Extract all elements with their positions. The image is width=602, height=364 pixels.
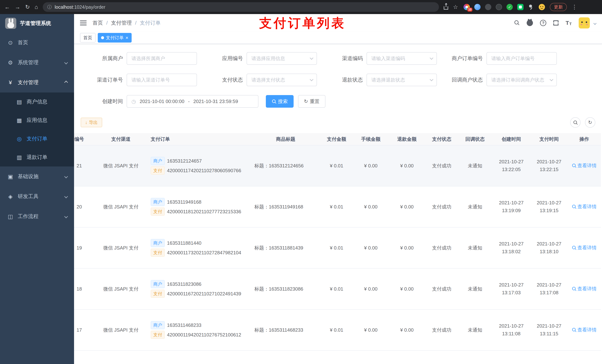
- filter-select-notify-status[interactable]: 请选择订单回调商户状态: [486, 74, 557, 86]
- filter-channel-order-no: 渠道订单号: [80, 74, 200, 86]
- devtools-icon: ◈: [7, 193, 14, 200]
- extension-icon[interactable]: [496, 4, 502, 10]
- sidebar-item-merchant-info[interactable]: ▤商户信息: [0, 93, 74, 111]
- table-row: 21微信 JSAPI 支付商户1635312124657支付4200001174…: [74, 145, 601, 187]
- view-detail-link[interactable]: 查看详情: [572, 286, 597, 292]
- home-icon[interactable]: ⌂: [35, 4, 38, 10]
- share-icon[interactable]: [444, 6, 448, 10]
- order-line: 支付4200001194202110276752100612: [151, 331, 249, 339]
- view-detail-link[interactable]: 查看详情: [572, 245, 597, 251]
- help-icon[interactable]: ?: [540, 20, 546, 26]
- sidebar-item-label: 系统管理: [18, 59, 39, 66]
- col-pay-amount: 支付金额: [320, 136, 353, 142]
- sidebar-toggle-icon[interactable]: [80, 21, 87, 25]
- table-row: 19微信 JSAPI 支付商户1635311881440支付4200001173…: [74, 228, 601, 269]
- filter-select-refund-status[interactable]: 请选择退款状态: [366, 74, 437, 86]
- export-button[interactable]: ↓ 导出: [81, 118, 102, 127]
- sidebar-item-label: 退款订单: [27, 154, 47, 161]
- cell-id: 19: [74, 245, 94, 251]
- breadcrumb: 首页/支付管理/支付订单: [93, 20, 161, 26]
- filter-select-pay-status[interactable]: 请选择支付状态: [247, 74, 317, 86]
- toggle-search-button[interactable]: [570, 117, 580, 128]
- magnifier-icon: [572, 328, 576, 332]
- order-line: 支付4200001173202110272847982104: [151, 249, 249, 257]
- browser-menu-icon[interactable]: ⋮: [572, 4, 577, 10]
- filter-input-merchant-order-no[interactable]: [486, 52, 557, 65]
- view-detail-link[interactable]: 查看详情: [572, 162, 597, 169]
- search-button[interactable]: 搜索: [266, 95, 294, 108]
- view-detail-link[interactable]: 查看详情: [572, 203, 597, 210]
- pay-tag: 支付: [151, 249, 165, 257]
- cell-pay-status: 支付成功: [425, 204, 458, 210]
- avatar[interactable]: [579, 17, 590, 29]
- sidebar-item-app-info[interactable]: ▦应用信息: [0, 111, 74, 129]
- cell-fee-amount: ¥ 0.00: [353, 286, 388, 292]
- filter-form: 所属商户应用编号请选择应用信息渠道编码请输入渠道编码商户订单编号渠道订单号支付状…: [74, 44, 602, 108]
- cell-channel: 微信 JSAPI 支付: [94, 286, 148, 292]
- tab-pay-order[interactable]: 支付订单×: [98, 33, 132, 42]
- merchant-tag: 商户: [151, 157, 165, 165]
- cell-action: 查看详情: [568, 286, 601, 292]
- breadcrumb-separator: /: [135, 20, 137, 26]
- search-icon[interactable]: [515, 20, 520, 26]
- address-bar[interactable]: ⓘ localhost:1024/pay/order: [43, 2, 439, 12]
- reload-icon[interactable]: ↻: [25, 4, 30, 10]
- download-icon: ↓: [85, 120, 87, 125]
- cell-order: 商户1635311823086支付42000011672021102710224…: [148, 279, 251, 299]
- view-detail-link[interactable]: 查看详情: [572, 327, 597, 333]
- date-range-input[interactable]: ◷ 2021-10-01 00:00:00 - 2021-10-31 23:59…: [127, 95, 258, 108]
- github-icon[interactable]: [527, 20, 533, 26]
- cell-pay-status: 支付成功: [425, 245, 458, 251]
- sidebar-item-pay-order[interactable]: ◎支付订单: [0, 129, 74, 148]
- tab-home[interactable]: 首页: [80, 33, 96, 42]
- extension-icon[interactable]: [517, 4, 524, 10]
- browser-update-button[interactable]: 更新: [550, 3, 567, 11]
- filter-input-merchant[interactable]: [127, 52, 197, 65]
- font-size-icon[interactable]: TT: [566, 20, 572, 26]
- extension-icon[interactable]: [485, 4, 491, 10]
- extension-icon[interactable]: [474, 4, 481, 10]
- breadcrumb-item[interactable]: 首页: [93, 20, 103, 26]
- sidebar-item-home[interactable]: ⊙首页: [0, 32, 74, 52]
- sidebar-item-system[interactable]: ⚙系统管理: [0, 52, 74, 73]
- sidebar-item-payment[interactable]: ¥支付管理: [0, 73, 74, 93]
- pay-order-icon: ◎: [16, 135, 23, 142]
- col-id: 编号: [74, 136, 94, 142]
- refresh-table-button[interactable]: ↻: [585, 117, 595, 128]
- cell-pay-amount: ¥ 0.01: [320, 286, 353, 292]
- sidebar-item-infrastructure[interactable]: ▣基础设施: [0, 166, 74, 187]
- reset-button[interactable]: ↻ 重置: [298, 95, 325, 108]
- filter-select-channel-code[interactable]: 请输入渠道编码: [366, 52, 437, 65]
- col-order: 支付订单: [148, 136, 251, 142]
- back-icon[interactable]: ←: [4, 4, 10, 10]
- sidebar-item-devtools[interactable]: ◈研发工具: [0, 187, 74, 207]
- filter-input-channel-order-no[interactable]: [127, 74, 197, 86]
- sidebar-item-label: 支付订单: [27, 135, 47, 142]
- filter-select-app-no[interactable]: 请选择应用信息: [247, 52, 317, 65]
- top-navbar: 首页/支付管理/支付订单 支付订单列表 ? TT: [74, 14, 602, 32]
- fullscreen-icon[interactable]: [553, 20, 559, 26]
- view-detail-label: 查看详情: [577, 245, 597, 251]
- bookmark-star-icon[interactable]: ☆: [453, 4, 458, 10]
- pin-extension-icon[interactable]: [528, 4, 534, 10]
- filter-merchant-order-no: 商户订单编号: [440, 52, 560, 65]
- extension-icon[interactable]: 10: [463, 4, 470, 10]
- site-info-icon[interactable]: ⓘ: [47, 4, 52, 10]
- col-channel: 支付渠道: [94, 136, 148, 142]
- emoji-extension-icon[interactable]: [539, 4, 545, 10]
- filter-label: 商户订单编号: [440, 55, 483, 62]
- cell-refund-amount: ¥ 0.00: [388, 327, 425, 333]
- forward-icon[interactable]: →: [15, 4, 20, 10]
- tab-label: 支付订单: [106, 35, 124, 41]
- sidebar-item-refund-order[interactable]: ▥退款订单: [0, 148, 74, 166]
- cell-notify-status: 未通知: [458, 327, 492, 333]
- chevron-down-icon[interactable]: [593, 22, 597, 25]
- tab-close-icon[interactable]: ×: [126, 35, 128, 40]
- sidebar-item-label: 首页: [18, 39, 28, 46]
- breadcrumb-item[interactable]: 支付管理: [111, 20, 132, 26]
- col-pay-status: 支付状态: [425, 136, 458, 142]
- sidebar-item-label: 商户信息: [27, 98, 47, 105]
- sidebar-item-workflow[interactable]: ◫工作流程: [0, 207, 74, 226]
- table-row: 17微信 JSAPI 支付商户1635311468233支付4200001194…: [74, 310, 601, 351]
- extension-icon[interactable]: ✓: [506, 4, 513, 10]
